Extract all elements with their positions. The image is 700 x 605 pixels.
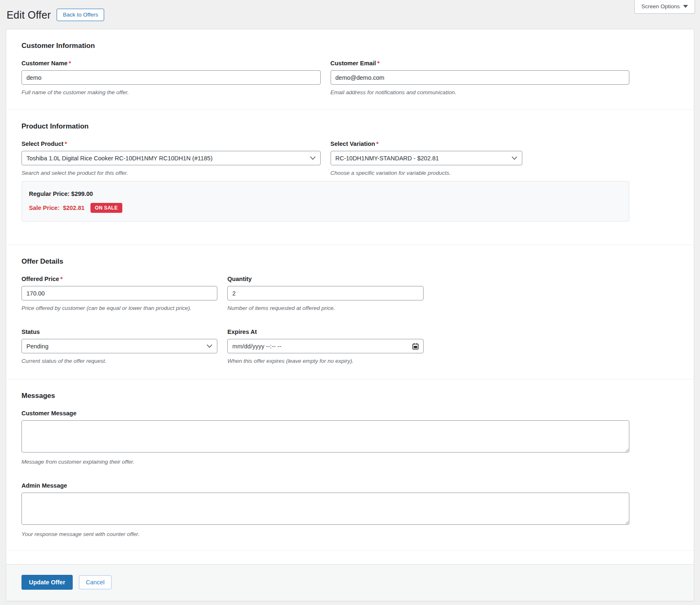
chevron-down-icon bbox=[512, 156, 517, 160]
messages-heading: Messages bbox=[21, 392, 679, 400]
select-product-field-group: Select Product* Toshiba 1.0L Digital Ric… bbox=[21, 141, 321, 176]
customer-email-input[interactable] bbox=[331, 70, 630, 85]
admin-message-help: Your response message sent with counter … bbox=[21, 531, 679, 537]
offered-price-label: Offered Price* bbox=[21, 276, 217, 282]
required-asterisk: * bbox=[65, 141, 67, 147]
select-product-help: Search and select the product for this o… bbox=[21, 170, 321, 176]
product-information-heading: Product Information bbox=[21, 122, 679, 131]
customer-information-heading: Customer Information bbox=[21, 42, 679, 50]
status-help: Current status of the offer request. bbox=[21, 358, 217, 364]
product-price-info-box: Regular Price: $299.00 Sale Price: $202.… bbox=[21, 181, 629, 222]
customer-message-help: Message from customer explaining their o… bbox=[21, 459, 679, 465]
regular-price-label: Regular Price: bbox=[29, 191, 69, 197]
chevron-down-icon bbox=[683, 5, 688, 8]
admin-message-field-group: Admin Message Your response message sent… bbox=[21, 482, 679, 537]
screen-options-label: Screen Options bbox=[641, 3, 680, 10]
admin-message-textarea[interactable] bbox=[21, 493, 629, 525]
cancel-button[interactable]: Cancel bbox=[79, 575, 112, 589]
calendar-icon[interactable] bbox=[412, 343, 419, 350]
quantity-help: Number of items requested at offered pri… bbox=[227, 305, 423, 311]
select-variation-value: RC-10DH1NMY-STANDARD - $202.81 bbox=[336, 155, 439, 162]
page-title: Edit Offer bbox=[7, 9, 51, 21]
customer-name-help: Full name of the customer making the off… bbox=[21, 89, 321, 95]
customer-message-field-group: Customer Message Message from customer e… bbox=[21, 410, 679, 465]
offered-price-field-group: Offered Price* Price offered by customer… bbox=[21, 276, 217, 311]
customer-email-label: Customer Email* bbox=[331, 60, 630, 67]
customer-message-textarea[interactable] bbox=[21, 420, 629, 453]
status-label: Status bbox=[21, 329, 217, 335]
on-sale-badge: ON SALE bbox=[90, 203, 122, 213]
offered-price-input[interactable] bbox=[21, 286, 217, 300]
quantity-label: Quantity bbox=[227, 276, 423, 282]
customer-name-field-group: Customer Name* Full name of the customer… bbox=[21, 60, 321, 95]
expires-at-datetime-input[interactable]: mm/dd/yyyy --:-- -- bbox=[227, 339, 423, 353]
select-product-value: Toshiba 1.0L Digital Rice Cooker RC-10DH… bbox=[26, 155, 212, 162]
expires-at-help: When this offer expires (leave empty for… bbox=[227, 358, 423, 364]
regular-price-value: $299.00 bbox=[71, 191, 93, 197]
expires-at-placeholder: mm/dd/yyyy --:-- -- bbox=[232, 343, 281, 350]
select-variation-field-group: Select Variation* RC-10DH1NMY-STANDARD -… bbox=[331, 141, 522, 176]
page-header: Edit Offer Back to Offers bbox=[0, 0, 700, 24]
edit-offer-form-card: Customer Information Customer Name* Full… bbox=[6, 29, 694, 601]
sale-price-value: $202.81 bbox=[63, 205, 84, 211]
offer-details-section: Offer Details Offered Price* Price offer… bbox=[6, 245, 694, 379]
select-variation-dropdown[interactable]: RC-10DH1NMY-STANDARD - $202.81 bbox=[331, 151, 522, 165]
required-asterisk: * bbox=[60, 276, 63, 282]
required-asterisk: * bbox=[69, 60, 71, 67]
regular-price-row: Regular Price: $299.00 bbox=[29, 191, 622, 197]
expires-at-field-group: Expires At mm/dd/yyyy --:-- -- When this… bbox=[227, 329, 423, 364]
back-to-offers-button[interactable]: Back to Offers bbox=[57, 9, 104, 21]
messages-section: Messages Customer Message Message from c… bbox=[6, 379, 694, 551]
customer-email-field-group: Customer Email* Email address for notifi… bbox=[331, 60, 630, 95]
sale-price-label: Sale Price: bbox=[29, 205, 60, 211]
admin-message-label: Admin Message bbox=[21, 482, 679, 489]
select-product-dropdown[interactable]: Toshiba 1.0L Digital Rice Cooker RC-10DH… bbox=[21, 151, 321, 165]
required-asterisk: * bbox=[377, 60, 380, 67]
status-value: Pending bbox=[26, 343, 48, 350]
offer-details-heading: Offer Details bbox=[21, 257, 679, 266]
form-actions-footer: Update Offer Cancel bbox=[6, 564, 694, 601]
update-offer-button[interactable]: Update Offer bbox=[21, 575, 73, 590]
select-variation-label: Select Variation* bbox=[331, 141, 522, 147]
quantity-field-group: Quantity Number of items requested at of… bbox=[227, 276, 423, 311]
customer-message-label: Customer Message bbox=[21, 410, 679, 417]
customer-name-input[interactable] bbox=[21, 70, 321, 85]
sale-price-row: Sale Price: $202.81 ON SALE bbox=[29, 203, 622, 213]
empty-grid-cell bbox=[433, 311, 629, 364]
customer-name-label: Customer Name* bbox=[21, 60, 321, 67]
select-product-label: Select Product* bbox=[21, 141, 321, 147]
empty-grid-cell bbox=[433, 276, 629, 311]
required-asterisk: * bbox=[376, 141, 379, 147]
screen-options-toggle[interactable]: Screen Options bbox=[634, 0, 695, 14]
status-field-group: Status Pending Current status of the off… bbox=[21, 329, 217, 364]
customer-information-section: Customer Information Customer Name* Full… bbox=[6, 29, 694, 110]
offered-price-help: Price offered by customer (can be equal … bbox=[21, 305, 217, 311]
quantity-input[interactable] bbox=[227, 286, 423, 300]
status-dropdown[interactable]: Pending bbox=[21, 339, 217, 353]
select-variation-help: Choose a specific variation for variable… bbox=[331, 170, 522, 176]
chevron-down-icon bbox=[310, 156, 316, 160]
chevron-down-icon bbox=[207, 344, 212, 348]
customer-email-help: Email address for notifications and comm… bbox=[331, 89, 630, 95]
expires-at-label: Expires At bbox=[227, 329, 423, 335]
product-information-section: Product Information Select Product* Tosh… bbox=[6, 110, 694, 245]
card-spacer bbox=[6, 551, 694, 564]
